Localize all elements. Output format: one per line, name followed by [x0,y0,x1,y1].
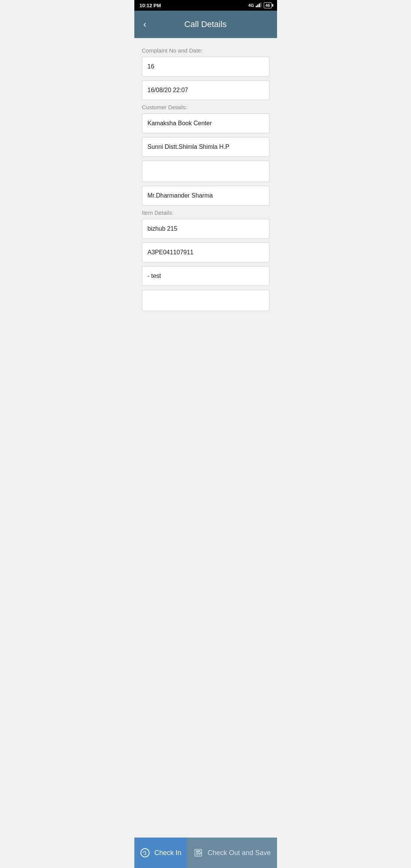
check-in-button[interactable]: Check In [134,838,187,868]
svg-rect-8 [196,854,200,854]
complaint-no-field: 16 [142,57,269,77]
back-button[interactable]: ‹ [140,16,150,33]
customer-address-field: Sunni Distt.Shimla Shimla H.P [142,137,269,157]
header: ‹ Call Details [134,11,277,38]
item-code-field: A3PE041107911 [142,243,269,262]
page-title: Call Details [184,19,226,29]
svg-rect-1 [257,5,258,7]
check-out-label: Check Out and Save [207,849,271,857]
svg-point-4 [141,849,149,857]
check-out-icon [193,847,204,858]
complaint-label: Complaint No and Date: [142,47,269,54]
content-area: Complaint No and Date: 16 16/08/20 22:07… [134,38,277,838]
customer-section: Customer Details: Kamaksha Book Center S… [142,104,269,206]
status-time: 10:12 PM [140,3,161,8]
bottom-bar: Check In Check Out and Save [134,838,277,868]
signal-bars-icon [256,3,262,8]
item-name-field: bizhub 215 [142,219,269,239]
customer-label: Customer Details: [142,104,269,110]
check-in-label: Check In [154,849,181,857]
customer-extra-field [142,161,269,182]
customer-name-field: Kamaksha Book Center [142,113,269,133]
check-out-button[interactable]: Check Out and Save [187,838,277,868]
network-icon: 4G [249,3,254,8]
status-bar-right: 4G 46 [249,2,272,8]
complaint-date-field: 16/08/20 22:07 [142,80,269,100]
svg-rect-0 [256,6,257,7]
battery-indicator: 46 [264,2,271,8]
complaint-section: Complaint No and Date: 16 16/08/20 22:07 [142,47,269,100]
item-extra-field [142,290,269,311]
customer-contact-field: Mr.Dharmander Sharma [142,186,269,206]
item-label: Item Details: [142,209,269,216]
item-note-field: - test [142,266,269,286]
svg-rect-9 [196,855,198,855]
check-in-icon [140,847,150,858]
svg-rect-3 [260,3,261,7]
item-section: Item Details: bizhub 215 A3PE041107911 -… [142,209,269,311]
svg-rect-7 [196,852,199,853]
status-bar: 10:12 PM 4G 46 [134,0,277,11]
svg-rect-2 [259,3,260,7]
svg-rect-6 [196,850,201,852]
